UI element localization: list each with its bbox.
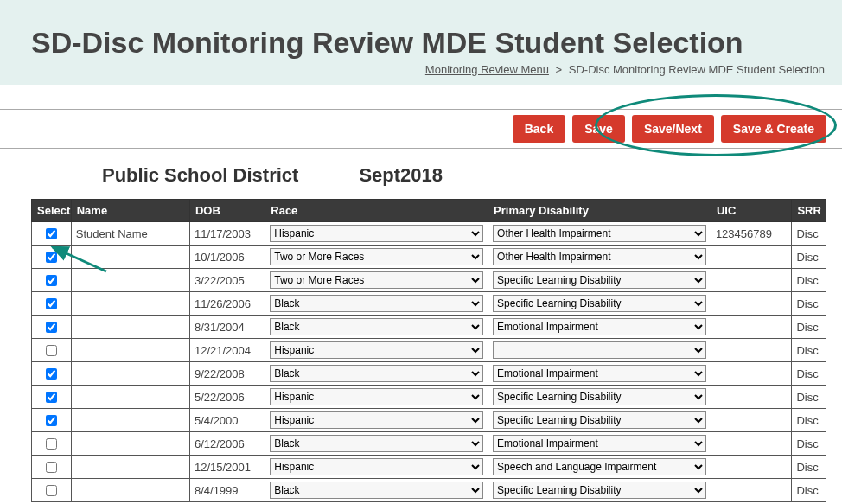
subhead: Public School District Sept2018 bbox=[0, 149, 842, 199]
district-name: Public School District bbox=[102, 164, 298, 187]
race-select[interactable]: Black bbox=[270, 435, 483, 452]
table-row: 12/15/2001HispanicSpeech and Language Im… bbox=[32, 456, 826, 479]
dob-cell: 12/15/2001 bbox=[189, 456, 265, 479]
disability-select[interactable]: Specific Learning Disability bbox=[493, 295, 706, 312]
race-select[interactable]: Black bbox=[270, 318, 483, 335]
select-checkbox[interactable] bbox=[46, 415, 57, 426]
race-select[interactable]: Hispanic bbox=[270, 388, 483, 405]
dob-cell: 10/1/2006 bbox=[189, 246, 265, 269]
table-row: 5/4/2000HispanicSpecific Learning Disabi… bbox=[32, 409, 826, 432]
col-dob: DOB bbox=[189, 200, 265, 222]
srr-cell: Disc bbox=[792, 432, 826, 456]
disability-select[interactable]: Emotional Impairment bbox=[493, 435, 706, 452]
disability-select[interactable]: Specific Learning Disability bbox=[493, 482, 706, 499]
race-select[interactable]: Hispanic bbox=[270, 225, 483, 242]
toolbar: Back Save Save/Next Save & Create bbox=[16, 115, 826, 143]
uic-cell bbox=[711, 339, 792, 362]
table-row: 8/4/1999BlackSpecific Learning Disabilit… bbox=[32, 479, 826, 502]
disability-select[interactable]: Emotional Impairment bbox=[493, 365, 706, 382]
disability-select[interactable]: Other Health Impairment bbox=[493, 248, 706, 265]
uic-cell bbox=[711, 246, 792, 269]
race-select[interactable]: Hispanic bbox=[270, 458, 483, 475]
save-create-button[interactable]: Save & Create bbox=[721, 115, 826, 143]
dob-cell: 5/22/2006 bbox=[189, 386, 265, 409]
uic-cell bbox=[711, 386, 792, 409]
disability-select[interactable] bbox=[493, 341, 706, 359]
srr-cell: Disc bbox=[792, 386, 826, 409]
back-button[interactable]: Back bbox=[513, 115, 565, 143]
race-select[interactable]: Black bbox=[270, 295, 483, 312]
select-checkbox[interactable] bbox=[46, 275, 57, 286]
disability-select[interactable]: Specific Learning Disability bbox=[493, 271, 706, 289]
breadcrumb-separator: > bbox=[556, 63, 563, 76]
uic-cell bbox=[711, 432, 792, 456]
race-select[interactable]: Black bbox=[270, 365, 483, 382]
select-checkbox[interactable] bbox=[46, 322, 57, 333]
select-checkbox[interactable] bbox=[46, 345, 57, 356]
srr-cell: Disc bbox=[792, 456, 826, 479]
col-srr: SRR bbox=[792, 200, 826, 222]
col-name: Name bbox=[71, 200, 189, 222]
col-uic: UIC bbox=[711, 200, 792, 222]
table-row: 11/26/2006BlackSpecific Learning Disabil… bbox=[32, 292, 826, 316]
page-title: SD-Disc Monitoring Review MDE Student Se… bbox=[31, 26, 826, 60]
srr-cell: Disc bbox=[792, 409, 826, 432]
name-cell bbox=[71, 386, 189, 409]
table-row: 5/22/2006HispanicSpecific Learning Disab… bbox=[32, 386, 826, 409]
table-row: 8/31/2004BlackEmotional ImpairmentDisc bbox=[32, 316, 826, 339]
disability-select[interactable]: Specific Learning Disability bbox=[493, 411, 706, 429]
race-select[interactable]: Two or More Races bbox=[270, 271, 483, 289]
save-button[interactable]: Save bbox=[572, 115, 625, 143]
srr-cell: Disc bbox=[792, 222, 826, 246]
dob-cell: 5/4/2000 bbox=[189, 409, 265, 432]
name-cell bbox=[71, 339, 189, 362]
select-checkbox[interactable] bbox=[46, 485, 57, 496]
name-cell bbox=[71, 479, 189, 502]
table-row: 9/22/2008BlackEmotional ImpairmentDisc bbox=[32, 362, 826, 386]
race-select[interactable]: Black bbox=[270, 482, 483, 499]
select-checkbox[interactable] bbox=[46, 438, 57, 450]
name-cell bbox=[71, 269, 189, 292]
race-select[interactable]: Two or More Races bbox=[270, 248, 483, 265]
period-label: Sept2018 bbox=[359, 164, 443, 187]
select-checkbox[interactable] bbox=[46, 392, 57, 403]
table-row: 10/1/2006Two or More RacesOther Health I… bbox=[32, 246, 826, 269]
disability-select[interactable]: Specific Learning Disability bbox=[493, 388, 706, 405]
name-cell: Student Name bbox=[71, 222, 189, 246]
name-cell bbox=[71, 246, 189, 269]
uic-cell bbox=[711, 269, 792, 292]
uic-cell bbox=[711, 456, 792, 479]
srr-cell: Disc bbox=[792, 316, 826, 339]
disability-select[interactable]: Emotional Impairment bbox=[493, 318, 706, 335]
srr-cell: Disc bbox=[792, 292, 826, 316]
dob-cell: 8/4/1999 bbox=[189, 479, 265, 502]
race-select[interactable]: Hispanic bbox=[270, 341, 483, 359]
name-cell bbox=[71, 292, 189, 316]
col-race: Race bbox=[265, 200, 488, 222]
select-checkbox[interactable] bbox=[46, 252, 57, 263]
disability-select[interactable]: Speech and Language Impairment bbox=[493, 458, 706, 475]
disability-select[interactable]: Other Health Impairment bbox=[493, 225, 706, 242]
srr-cell: Disc bbox=[792, 269, 826, 292]
dob-cell: 3/22/2005 bbox=[189, 269, 265, 292]
select-checkbox[interactable] bbox=[46, 228, 57, 239]
col-disability: Primary Disability bbox=[488, 200, 711, 222]
breadcrumb-link-monitoring-menu[interactable]: Monitoring Review Menu bbox=[425, 63, 549, 76]
srr-cell: Disc bbox=[792, 479, 826, 502]
name-cell bbox=[71, 362, 189, 386]
save-next-button[interactable]: Save/Next bbox=[632, 115, 714, 143]
uic-cell bbox=[711, 362, 792, 386]
select-checkbox[interactable] bbox=[46, 298, 57, 309]
uic-cell: 123456789 bbox=[711, 222, 792, 246]
dob-cell: 12/21/2004 bbox=[189, 339, 265, 362]
select-checkbox[interactable] bbox=[46, 462, 57, 473]
breadcrumb: Monitoring Review Menu > SD-Disc Monitor… bbox=[31, 63, 826, 76]
uic-cell bbox=[711, 409, 792, 432]
uic-cell bbox=[711, 316, 792, 339]
select-checkbox[interactable] bbox=[46, 368, 57, 380]
table-row: 12/21/2004HispanicDisc bbox=[32, 339, 826, 362]
uic-cell bbox=[711, 479, 792, 502]
race-select[interactable]: Hispanic bbox=[270, 411, 483, 429]
uic-cell bbox=[711, 292, 792, 316]
dob-cell: 11/26/2006 bbox=[189, 292, 265, 316]
